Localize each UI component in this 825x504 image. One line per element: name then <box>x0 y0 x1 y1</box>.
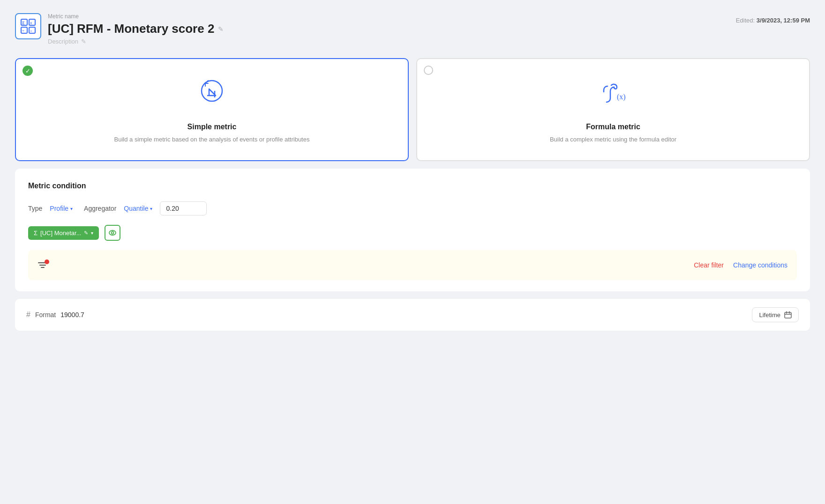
simple-metric-icon <box>195 78 229 113</box>
tag-caret-icon: ▾ <box>91 230 93 236</box>
formula-radio-icon <box>424 66 433 75</box>
format-bar: # Format 19000.7 Lifetime <box>15 299 810 331</box>
condition-section-title: Metric condition <box>28 182 797 190</box>
clear-filter-button[interactable]: Clear filter <box>694 261 724 269</box>
format-label: Format <box>35 311 56 319</box>
metric-condition-panel: Metric condition Type Profile ▾ Aggregat… <box>15 169 810 291</box>
description-edit-icon[interactable]: ✎ <box>81 38 86 45</box>
title-edit-icon[interactable]: ✎ <box>218 25 224 33</box>
type-chevron-icon: ▾ <box>70 206 73 211</box>
formula-metric-title: Formula metric <box>586 123 640 131</box>
header-text: Metric name [UC] RFM - Monetary score 2 … <box>48 13 224 45</box>
svg-rect-15 <box>785 312 791 318</box>
tag-label: [UC] Monetar... <box>40 230 81 237</box>
hash-icon: # <box>26 311 30 319</box>
svg-text:=: = <box>30 29 32 33</box>
svg-point-10 <box>109 230 116 235</box>
formula-metric-desc: Build a complex metric using the formula… <box>550 135 676 144</box>
calendar-icon <box>784 311 792 319</box>
edit-timestamp: Edited: 3/9/2023, 12:59 PM <box>736 13 810 24</box>
lifetime-label: Lifetime <box>759 311 780 319</box>
svg-point-11 <box>112 232 114 234</box>
type-value: Profile <box>50 205 68 212</box>
preview-eye-button[interactable] <box>105 225 120 241</box>
aggregator-value: Quantile <box>124 205 148 212</box>
svg-text:(x): (x) <box>617 93 626 101</box>
aggregator-dropdown[interactable]: Quantile ▾ <box>122 204 154 213</box>
metric-title-row: [UC] RFM - Monetary score 2 ✎ <box>48 22 224 36</box>
filter-icon-area <box>38 261 48 269</box>
formula-metric-card[interactable]: (x) Formula metric Build a complex metri… <box>416 58 810 161</box>
aggregator-label: Aggregator <box>84 205 116 212</box>
description-row: Description ✎ <box>48 38 224 45</box>
quantile-input[interactable] <box>160 201 207 215</box>
metric-tag-button[interactable]: Σ [UC] Monetar... ✎ ▾ <box>28 226 99 240</box>
simple-metric-card[interactable]: ✓ Simple metric Build a simple metric ba… <box>15 58 409 161</box>
tag-sigma-icon: Σ <box>34 230 38 237</box>
metric-type-cards: ✓ Simple metric Build a simple metric ba… <box>15 58 810 161</box>
svg-text:x: x <box>30 21 32 25</box>
filter-row: Clear filter Change conditions <box>28 250 797 280</box>
filter-dot-icon <box>45 259 49 264</box>
format-value: 19000.7 <box>60 311 84 319</box>
type-dropdown[interactable]: Profile ▾ <box>48 204 75 213</box>
metric-icon: Σ x ÷ = <box>15 13 41 39</box>
lifetime-button[interactable]: Lifetime <box>752 307 799 322</box>
header-left: Σ x ÷ = Metric name [UC] RFM - Monetary … <box>15 13 224 45</box>
description-label: Description <box>48 38 78 45</box>
type-label: Type <box>28 205 42 212</box>
selected-check-icon: ✓ <box>22 66 33 76</box>
condition-controls-row: Type Profile ▾ Aggregator Quantile ▾ <box>28 201 797 215</box>
page-header: Σ x ÷ = Metric name [UC] RFM - Monetary … <box>15 13 810 45</box>
simple-metric-title: Simple metric <box>188 123 237 131</box>
tag-edit-icon: ✎ <box>84 230 88 236</box>
filter-actions: Clear filter Change conditions <box>694 261 788 269</box>
filter-icon <box>38 261 48 269</box>
aggregator-chevron-icon: ▾ <box>150 206 152 211</box>
svg-point-8 <box>202 81 222 101</box>
format-left: # Format 19000.7 <box>26 311 84 319</box>
change-conditions-button[interactable]: Change conditions <box>733 261 788 269</box>
formula-metric-icon: (x) <box>596 78 630 113</box>
metric-title: [UC] RFM - Monetary score 2 <box>48 22 214 36</box>
tag-row: Σ [UC] Monetar... ✎ ▾ <box>28 225 797 241</box>
edited-label: Edited: <box>736 17 755 24</box>
metric-name-label: Metric name <box>48 13 224 20</box>
svg-text:Σ: Σ <box>22 21 25 25</box>
simple-metric-desc: Build a simple metric based on the analy… <box>114 135 310 144</box>
edited-date: 3/9/2023, 12:59 PM <box>757 17 810 24</box>
svg-text:÷: ÷ <box>22 29 24 33</box>
